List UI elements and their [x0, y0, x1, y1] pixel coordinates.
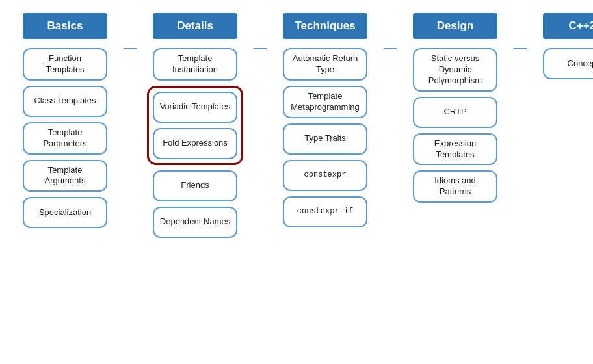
item-type-traits[interactable]: Type Traits — [283, 124, 367, 155]
item-fold-expressions[interactable]: Fold Expressions — [153, 128, 237, 159]
item-template-instantiation[interactable]: Template Instantiation — [153, 48, 237, 81]
basics-header: Basics — [23, 13, 107, 39]
item-expression-templates[interactable]: Expression Templates — [413, 133, 497, 166]
item-class-templates[interactable]: Class Templates — [23, 86, 107, 117]
column-techniques: Techniques Automatic Return Type Templat… — [267, 13, 384, 228]
item-dependent-names[interactable]: Dependent Names — [153, 207, 237, 238]
item-idioms-patterns[interactable]: Idioms and Patterns — [413, 170, 497, 203]
column-design: Design Static versus Dynamic Polymorphis… — [397, 13, 514, 203]
item-constexpr[interactable]: constexpr — [283, 160, 367, 191]
red-group: Variadic Templates Fold Expressions — [147, 86, 243, 165]
item-concepts[interactable]: Concepts — [543, 48, 593, 79]
column-details: Details Template Instantiation Variadic … — [137, 13, 254, 238]
connector-basics-details — [124, 48, 137, 49]
connector-design-cpp20 — [514, 48, 527, 49]
item-template-arguments[interactable]: Template Arguments — [23, 160, 107, 192]
item-function-templates[interactable]: Function Templates — [23, 48, 107, 81]
item-specialization[interactable]: Specialization — [23, 197, 107, 228]
cpp20-header: C++20 — [543, 13, 593, 39]
techniques-header: Techniques — [283, 13, 367, 39]
item-template-parameters[interactable]: Template Parameters — [23, 122, 107, 155]
column-cpp20: C++20 Concepts — [527, 13, 593, 79]
item-constexpr-if[interactable]: constexpr if — [283, 196, 367, 228]
connector-details-techniques — [254, 48, 267, 49]
item-crtp[interactable]: CRTP — [413, 97, 497, 128]
details-header: Details — [153, 13, 237, 39]
connector-techniques-design — [384, 48, 397, 49]
item-automatic-return-type[interactable]: Automatic Return Type — [283, 48, 367, 81]
basics-items: Function Templates Class Templates Templ… — [7, 48, 124, 228]
item-static-vs-dynamic[interactable]: Static versus Dynamic Polymorphism — [413, 48, 497, 92]
cpp20-items: Concepts — [527, 48, 593, 79]
item-friends[interactable]: Friends — [153, 170, 237, 202]
design-items: Static versus Dynamic Polymorphism CRTP … — [397, 48, 514, 203]
diagram: Basics Function Templates Class Template… — [0, 0, 593, 364]
item-template-metaprogramming[interactable]: Template Metaprogramming — [283, 86, 367, 118]
column-basics: Basics Function Templates Class Template… — [7, 13, 124, 228]
design-header: Design — [413, 13, 497, 39]
techniques-items: Automatic Return Type Template Metaprogr… — [267, 48, 384, 228]
details-items: Template Instantiation Variadic Template… — [137, 48, 254, 238]
item-variadic-templates[interactable]: Variadic Templates — [153, 92, 237, 123]
